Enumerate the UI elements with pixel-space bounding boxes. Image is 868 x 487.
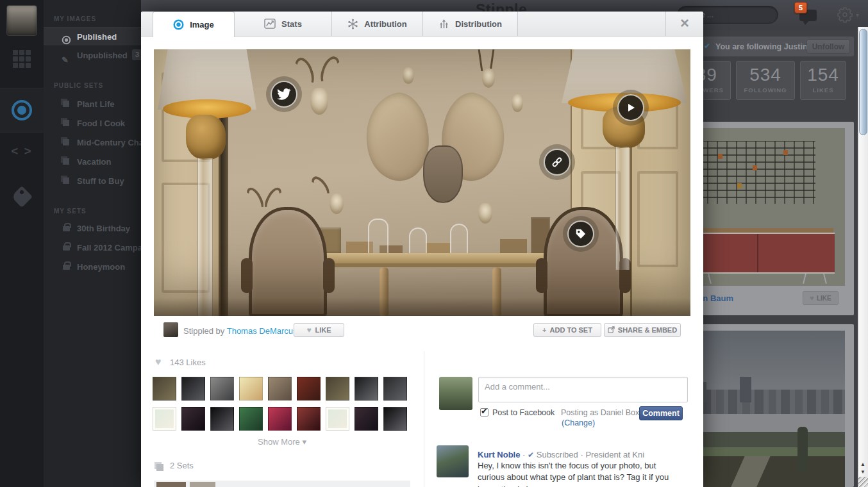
sidebar-item-unpublished[interactable]: ✎Unpublished3 bbox=[44, 46, 141, 65]
unfollow-button[interactable]: Unfollow bbox=[806, 39, 850, 54]
photo-spot-link[interactable] bbox=[539, 144, 575, 180]
g bbox=[349, 19, 356, 28]
liker-avatar[interactable] bbox=[268, 377, 292, 400]
comment-submit-button[interactable]: Comment bbox=[639, 406, 683, 420]
commenter-avatar[interactable] bbox=[437, 445, 469, 477]
scroll-down-arrow-icon[interactable]: ▼ bbox=[860, 469, 865, 475]
grid-icon-cell bbox=[13, 50, 18, 55]
circle bbox=[176, 22, 180, 26]
tab-label: Stats bbox=[281, 19, 302, 29]
circle bbox=[349, 25, 351, 27]
set-thumbnail[interactable] bbox=[190, 482, 215, 487]
liker-avatar[interactable] bbox=[297, 407, 321, 431]
author-avatar[interactable] bbox=[163, 322, 178, 337]
tab-attribution[interactable]: Attribution bbox=[332, 12, 423, 36]
close-icon[interactable]: × bbox=[665, 12, 703, 36]
set-stack-icon bbox=[63, 158, 69, 165]
decor bbox=[708, 274, 712, 284]
liker-avatar[interactable] bbox=[383, 377, 407, 400]
window-scrollbar[interactable]: ▲ ▼ bbox=[858, 27, 868, 487]
grid-icon[interactable] bbox=[13, 50, 31, 68]
sidebar-item-label: Honeymoon bbox=[77, 258, 125, 276]
change-account-link[interactable]: (Change) bbox=[562, 418, 595, 427]
post-to-facebook-label[interactable]: Post to Facebook bbox=[492, 408, 555, 417]
circle bbox=[349, 21, 351, 22]
span: SHARE & EMBED bbox=[618, 326, 677, 334]
liker-avatar[interactable] bbox=[239, 407, 263, 431]
liker-avatar[interactable] bbox=[239, 377, 263, 400]
settings-gear-icon[interactable] bbox=[837, 6, 853, 26]
price-tag-icon bbox=[567, 220, 594, 247]
stipple-dot-icon[interactable] bbox=[11, 99, 33, 124]
window-resize-grip[interactable] bbox=[858, 477, 868, 487]
commenter-name-link[interactable]: Kurt Noble bbox=[478, 450, 520, 459]
tab-distribution[interactable]: Distribution bbox=[423, 12, 518, 36]
circle bbox=[356, 25, 358, 27]
liker-avatar[interactable] bbox=[181, 377, 205, 400]
liker-avatar[interactable] bbox=[297, 377, 321, 400]
liker-avatar[interactable] bbox=[210, 377, 234, 400]
comment-input[interactable] bbox=[478, 377, 688, 402]
stat-following[interactable]: 534FOLLOWING bbox=[736, 61, 795, 100]
sidebar-item-mid-century-chairs[interactable]: Mid-Century Chairs bbox=[44, 133, 141, 152]
sidebar-item-honeymoon[interactable]: Honeymoon bbox=[44, 258, 141, 276]
liker-avatar[interactable] bbox=[181, 407, 205, 431]
card-like-button[interactable]: ♥LIKE bbox=[803, 291, 839, 305]
liker-avatar[interactable] bbox=[210, 407, 234, 431]
liker-avatar[interactable] bbox=[268, 407, 292, 431]
liker-avatar[interactable] bbox=[383, 407, 407, 431]
gear-caret-icon[interactable]: ▾ bbox=[856, 12, 859, 19]
liker-avatar[interactable] bbox=[153, 377, 176, 400]
path bbox=[576, 229, 585, 238]
like-button[interactable]: ♥LIKE bbox=[294, 323, 344, 337]
stippled-by-prefix: Stippled by bbox=[183, 326, 224, 336]
network-icon bbox=[347, 19, 358, 29]
tab-image[interactable]: Image bbox=[153, 12, 235, 37]
photo-spot-twitter[interactable] bbox=[266, 76, 302, 112]
avrow bbox=[153, 407, 407, 431]
span: LIKE bbox=[817, 295, 831, 302]
arrows-icon bbox=[438, 19, 449, 29]
author-link[interactable]: Thomas DeMarcus bbox=[227, 326, 297, 336]
add-to-set-button[interactable]: +ADD TO SET bbox=[533, 323, 601, 337]
grid-icon-cell bbox=[19, 56, 24, 62]
notifications-bubble-tail bbox=[803, 21, 809, 25]
svg bbox=[173, 19, 184, 30]
scroll-up-arrow-icon[interactable]: ▲ bbox=[860, 461, 865, 467]
account-avatar[interactable] bbox=[6, 5, 37, 36]
tag-icon[interactable] bbox=[11, 186, 33, 208]
sidebar-item-published[interactable]: Published bbox=[44, 27, 141, 46]
decor bbox=[740, 377, 751, 402]
show-more-link[interactable]: Show More ▾ bbox=[231, 437, 333, 447]
liker-avatar[interactable] bbox=[326, 377, 349, 400]
sidebar-item-plant-life[interactable]: Plant Life bbox=[44, 95, 141, 113]
liker-avatar[interactable] bbox=[355, 407, 378, 431]
photo-spot-play[interactable] bbox=[613, 90, 649, 126]
sidebar-item-label: Stuff to Buy bbox=[77, 172, 124, 190]
sidebar-item-vacation[interactable]: Vacation bbox=[44, 153, 141, 171]
photo-spot-price-tag[interactable] bbox=[563, 216, 599, 252]
post-to-facebook-checkbox[interactable]: ✔ bbox=[480, 408, 488, 417]
share-embed-button[interactable]: SHARE & EMBED bbox=[604, 323, 681, 337]
liker-avatar[interactable] bbox=[326, 407, 349, 431]
liker-avatar[interactable] bbox=[153, 407, 176, 431]
posting-as-label: Posting as Daniel Box bbox=[561, 408, 639, 417]
sidebar-item-label: Unpublished bbox=[77, 46, 128, 65]
path bbox=[628, 104, 635, 111]
span: Show More bbox=[258, 437, 300, 447]
stat-likes[interactable]: 154LIKES bbox=[800, 61, 846, 100]
liker-avatar[interactable] bbox=[355, 377, 378, 400]
lock-icon bbox=[63, 265, 70, 270]
tab-stats[interactable]: Stats bbox=[235, 12, 332, 36]
sidebar-item-30th-birthday[interactable]: 30th Birthday bbox=[44, 219, 141, 238]
sets-stack-icon bbox=[156, 464, 163, 471]
set-thumbnail[interactable] bbox=[156, 482, 186, 487]
sidebar-item-stuff-to-buy[interactable]: Stuff to Buy bbox=[44, 172, 141, 190]
decor bbox=[757, 234, 758, 272]
sidebar-item-fall-2012-campaign[interactable]: Fall 2012 Campaign bbox=[44, 238, 141, 257]
sets-strip bbox=[154, 481, 410, 487]
embed-code-icon[interactable]: < > bbox=[9, 144, 35, 158]
scrollbar-thumb[interactable] bbox=[859, 29, 867, 135]
svg bbox=[551, 156, 563, 169]
sidebar-item-food-i-cook[interactable]: Food I Cook bbox=[44, 114, 141, 133]
